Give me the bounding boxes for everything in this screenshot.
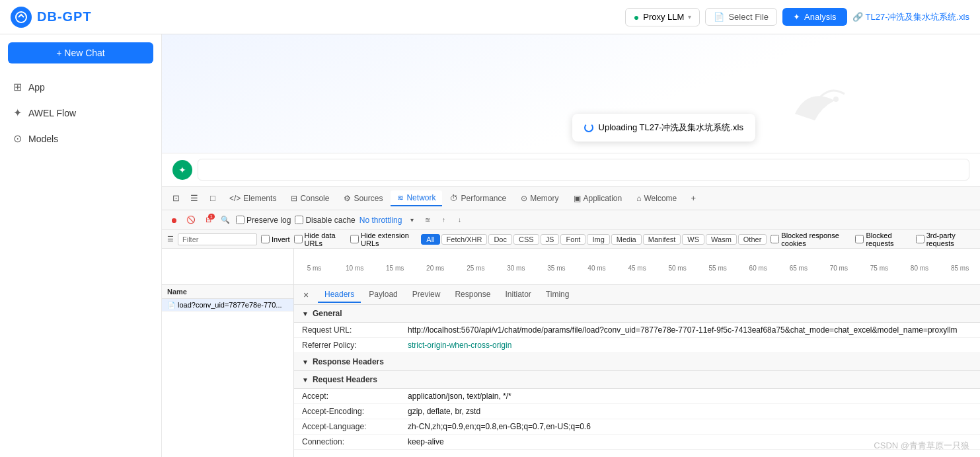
hide-data-urls-check[interactable]: Hide data URLs [294, 231, 347, 247]
select-file-button[interactable]: 📄 Select File [705, 8, 777, 26]
details-tab-headers[interactable]: Headers [318, 287, 361, 303]
devtools-device-icon[interactable]: ☰ [186, 190, 203, 207]
general-section-header[interactable]: General [294, 305, 980, 323]
tab-network[interactable]: ≋ Network [391, 190, 442, 206]
filter-btn-ws[interactable]: WS [682, 234, 704, 245]
sidebar-item-awel-flow[interactable]: ✦ AWEL Flow [0, 100, 161, 126]
devtools-panel: ⊡ ☰ □ </> Elements ⊟ Console ⚙ Sources ≋ [162, 186, 980, 457]
filter-btn-js[interactable]: JS [541, 234, 560, 245]
filter-btn-wasm[interactable]: Wasm [706, 234, 737, 245]
chat-input[interactable] [198, 159, 969, 181]
devtools-tab-bar: ⊡ ☰ □ </> Elements ⊟ Console ⚙ Sources ≋ [162, 187, 980, 210]
accept-encoding-row: Accept-Encoding: gzip, deflate, br, zstd [294, 404, 980, 419]
logo-text: DB-GPT [37, 9, 92, 24]
main-panel: Uploading TL27-冲洗及集水坑系统.xls ✦ ⊡ ☰ □ </> … [162, 34, 980, 457]
awel-flow-icon: ✦ [13, 106, 22, 119]
add-tab-icon[interactable]: + [685, 190, 702, 207]
search-button[interactable]: 🔍 [219, 214, 232, 227]
blocked-requests-check[interactable]: Blocked requests [855, 231, 911, 247]
tab-welcome[interactable]: ⌂ Welcome [630, 191, 683, 206]
sidebar: + New Chat ⊞ App ✦ AWEL Flow ⊙ Models [0, 34, 162, 457]
chevron-down-icon: ▾ [688, 13, 691, 21]
filter-btn-doc[interactable]: Doc [488, 234, 512, 245]
request-item[interactable]: 📄 load?conv_uid=7877e78e-770... [162, 299, 293, 312]
content-area: + New Chat ⊞ App ✦ AWEL Flow ⊙ Models [0, 34, 980, 457]
devtools-inspect-icon[interactable]: ⊡ [167, 190, 184, 207]
filter-btn-media[interactable]: Media [611, 234, 642, 245]
error-badge-button[interactable]: ⊟ 1 [202, 214, 215, 227]
details-tab-response[interactable]: Response [448, 287, 497, 303]
chat-avatar: ✦ [172, 160, 192, 180]
timeline-label: 10 ms [334, 265, 375, 272]
hide-extension-urls-check[interactable]: Hide extension URLs [350, 231, 417, 247]
details-content: General Request URL: http://localhost:56… [294, 305, 980, 457]
accept-row: Accept: application/json, text/plain, */… [294, 389, 980, 404]
details-tab-initiator[interactable]: Initiator [498, 287, 537, 303]
application-icon: ▣ [574, 194, 581, 203]
sidebar-item-app[interactable]: ⊞ App [0, 74, 161, 100]
third-party-check[interactable]: 3rd-party requests [916, 231, 975, 247]
timeline-label: 55 ms [698, 265, 738, 272]
download-icon[interactable]: ↓ [453, 214, 465, 226]
details-tab-payload[interactable]: Payload [362, 287, 404, 303]
throttle-down-icon[interactable]: ▾ [406, 214, 418, 226]
filter-btn-all[interactable]: All [421, 234, 439, 245]
welcome-icon: ⌂ [636, 194, 641, 203]
page-icon: 📄 [167, 302, 175, 309]
response-headers-section-header[interactable]: Response Headers [294, 353, 980, 371]
referrer-policy-row: Referrer Policy: strict-origin-when-cros… [294, 338, 980, 353]
timeline-label: 70 ms [819, 265, 859, 272]
network-conditions-icon[interactable]: ≋ [422, 214, 433, 226]
analysis-button[interactable]: ✦ Analysis [782, 8, 847, 26]
filter-input[interactable] [178, 233, 257, 245]
invert-check[interactable]: Invert [261, 235, 290, 243]
svg-point-0 [16, 12, 26, 22]
memory-icon: ⊙ [521, 194, 527, 203]
filter-btn-other[interactable]: Other [738, 234, 767, 245]
upload-icon[interactable]: ↑ [437, 214, 449, 226]
filter-buttons: AllFetch/XHRDocCSSJSFontImgMediaManifest… [421, 234, 767, 245]
tab-application[interactable]: ▣ Application [567, 191, 629, 206]
disable-cache-check[interactable]: Disable cache [295, 216, 355, 225]
request-headers-section-header[interactable]: Request Headers [294, 371, 980, 389]
top-bar: DB-GPT ● Proxy LLM ▾ 📄 Select File ✦ Ana… [0, 0, 980, 34]
filter-btn-manifest[interactable]: Manifest [643, 234, 681, 245]
no-throttling-label[interactable]: No throttling [359, 216, 402, 225]
details-tab-preview[interactable]: Preview [406, 287, 447, 303]
connection-row: Connection: keep-alive [294, 435, 980, 450]
tab-sources[interactable]: ⚙ Sources [337, 191, 389, 206]
network-icon: ≋ [397, 193, 404, 202]
record-button[interactable]: ⏺ [167, 214, 180, 227]
timeline-label: 40 ms [576, 265, 617, 272]
devtools-cursor-icon[interactable]: □ [204, 190, 221, 207]
details-tab-timing[interactable]: Timing [539, 287, 576, 303]
timeline-label: 80 ms [899, 265, 940, 272]
tab-console[interactable]: ⊟ Console [284, 191, 336, 206]
filter-btn-fetch/xhr[interactable]: Fetch/XHR [441, 234, 488, 245]
top-center-controls: ● Proxy LLM ▾ 📄 Select File ✦ Analysis 🔗… [625, 8, 969, 26]
details-tabs: × Headers Payload Preview Response Initi… [294, 285, 980, 305]
analysis-icon: ✦ [793, 12, 800, 22]
elements-icon: </> [229, 194, 241, 203]
details-close-button[interactable]: × [299, 288, 313, 302]
tab-performance[interactable]: ⏱ Performance [443, 191, 513, 206]
timeline-labels: 5 ms10 ms15 ms20 ms25 ms30 ms35 ms40 ms4… [294, 262, 980, 272]
sidebar-item-models[interactable]: ⊙ Models [0, 126, 161, 151]
tab-memory[interactable]: ⊙ Memory [514, 191, 565, 206]
tab-elements[interactable]: </> Elements [223, 191, 283, 206]
request-list-header: Name [162, 285, 293, 299]
filter-btn-css[interactable]: CSS [513, 234, 539, 245]
preserve-log-check[interactable]: Preserve log [236, 216, 291, 225]
clear-button[interactable]: 🚫 [184, 214, 198, 227]
filter-btn-img[interactable]: Img [587, 234, 609, 245]
chat-area: Uploading TL27-冲洗及集水坑系统.xls [162, 34, 980, 153]
proxy-llm-button[interactable]: ● Proxy LLM ▾ [625, 8, 700, 26]
devtools-filter-row: ☰ Invert Hide data URLs Hide extension U… [162, 230, 980, 249]
file-icon: 📄 [714, 12, 724, 22]
filter-btn-font[interactable]: Font [560, 234, 585, 245]
file-link[interactable]: 🔗 TL27-冲洗及集水坑系统.xls [852, 11, 969, 23]
new-chat-button[interactable]: + New Chat [8, 42, 153, 63]
network-content: Name 📄 load?conv_uid=7877e78e-770... × H… [162, 285, 980, 457]
console-icon: ⊟ [291, 194, 297, 203]
blocked-cookies-check[interactable]: Blocked response cookies [771, 231, 851, 247]
